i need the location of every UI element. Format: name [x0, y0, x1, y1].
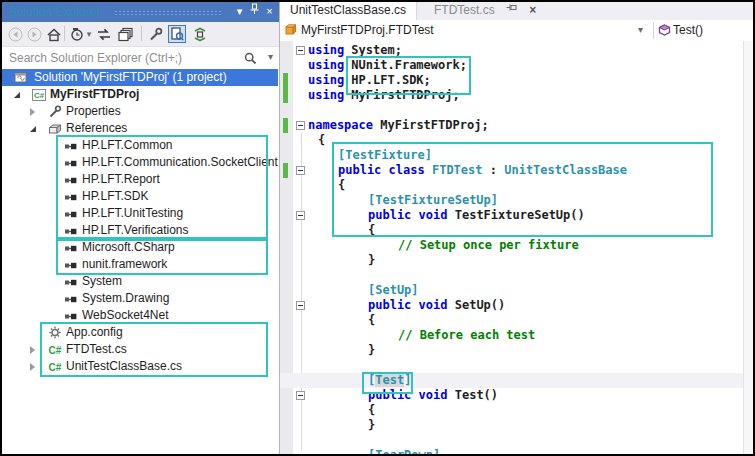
code-line[interactable]: namespace MyFirstFTDProj;	[280, 118, 753, 133]
code-line[interactable]: [TestFixtureSetUp]	[280, 193, 753, 208]
expand-arrow-icon[interactable]	[30, 363, 35, 371]
search-icon[interactable]	[244, 51, 257, 69]
code-token: {	[318, 133, 325, 147]
tree-item[interactable]: HP.LFT.SDK	[2, 188, 278, 205]
close-icon[interactable]: ×	[262, 2, 277, 22]
search-dropdown-icon[interactable]: ▾	[268, 51, 273, 62]
collapse-region-icon[interactable]	[296, 391, 305, 400]
collapse-region-icon[interactable]	[296, 301, 305, 310]
code-line[interactable]: public void Test()	[280, 388, 753, 403]
close-icon[interactable]: ×	[529, 2, 536, 19]
code-line[interactable]: using MyFirstFTDProj;	[280, 88, 753, 103]
code-line[interactable]: {	[280, 133, 753, 148]
document-tab-strip: UnitTestClassBase.cs FTDTest.cs ×	[280, 2, 753, 21]
code-line[interactable]: // Before each test	[280, 328, 753, 343]
code-token: FTDTest	[432, 163, 483, 177]
scope-combobox[interactable]: MyFirstFTDProj.FTDTest ▾	[280, 20, 652, 40]
tree-item-label: MyFirstFTDProj	[2, 87, 139, 101]
tree-item[interactable]: Solution 'MyFirstFTDProj' (1 project)	[2, 69, 278, 86]
tree-item[interactable]: HP.LFT.Common	[2, 137, 278, 154]
editor-pane: UnitTestClassBase.cs FTDTest.cs × MyFirs…	[279, 2, 753, 454]
code-token: }	[368, 253, 375, 267]
code-line[interactable]: public class FTDTest : UnitTestClassBase	[280, 163, 753, 178]
code-line[interactable]: [TestFixture]	[280, 148, 753, 163]
back-icon[interactable]	[6, 25, 24, 43]
collapse-region-icon[interactable]	[296, 211, 305, 220]
reference-icon	[64, 207, 78, 220]
code-line[interactable]: using HP.LFT.SDK;	[280, 73, 753, 88]
forward-icon[interactable]	[25, 25, 43, 43]
tree-item[interactable]: References	[2, 120, 278, 137]
tree-item[interactable]: HP.LFT.Report	[2, 171, 278, 188]
collapse-region-icon[interactable]	[296, 166, 305, 175]
pin-icon[interactable]	[506, 2, 518, 19]
code-line[interactable]: {	[280, 178, 753, 193]
scope-text: MyFirstFTDProj.FTDTest	[301, 23, 434, 37]
tree-item[interactable]: Microsoft.CSharp	[2, 239, 278, 256]
tree-item[interactable]: HP.LFT.Communication.SocketClient	[2, 154, 278, 171]
code-line[interactable]: [Test]	[280, 373, 753, 388]
tree-item[interactable]: nunit.framework	[2, 256, 278, 273]
code-line[interactable]	[280, 358, 753, 373]
pin-icon[interactable]	[247, 2, 262, 22]
chevron-down-icon[interactable]: ▾	[638, 24, 643, 35]
code-line[interactable]: {	[280, 403, 753, 418]
code-line[interactable]: }	[280, 343, 753, 358]
tree-item[interactable]: Properties	[2, 103, 278, 120]
tree-item[interactable]: C#MyFirstFTDProj	[2, 86, 278, 103]
code-line[interactable]: }	[280, 418, 753, 433]
tab-ftdtest-preview[interactable]: FTDTest.cs ×	[428, 2, 536, 20]
reference-icon	[64, 156, 78, 169]
code-line[interactable]: {	[280, 223, 753, 238]
solution-explorer-titlebar[interactable]: Solution Explorer ▾ ×	[2, 2, 279, 22]
reference-icon	[64, 224, 78, 237]
expand-arrow-icon[interactable]	[30, 346, 35, 354]
tree-item[interactable]: HP.LFT.UnitTesting	[2, 205, 278, 222]
reference-icon	[64, 292, 78, 305]
code-line[interactable]	[280, 433, 753, 448]
collapse-arrow-icon[interactable]	[14, 92, 20, 98]
code-line[interactable]	[280, 103, 753, 118]
tree-item[interactable]: HP.LFT.Verifications	[2, 222, 278, 239]
csharp-file-icon: C#	[48, 360, 62, 373]
home-icon[interactable]	[45, 25, 63, 43]
code-token: }	[368, 418, 375, 432]
window-position-chevron-icon[interactable]: ▾	[232, 2, 247, 22]
code-editor[interactable]: using System;using NUnit.Framework;using…	[280, 41, 753, 454]
tree-item[interactable]: WebSocket4Net	[2, 307, 278, 324]
expand-arrow-icon[interactable]	[30, 108, 35, 116]
tree-item[interactable]: System.Drawing	[2, 290, 278, 307]
collapse-all-icon[interactable]	[117, 25, 135, 43]
tree-item[interactable]: App.config	[2, 324, 278, 341]
collapse-region-icon[interactable]	[296, 46, 305, 55]
code-line[interactable]: // Setup once per fixture	[280, 238, 753, 253]
collapse-region-icon[interactable]	[296, 121, 305, 130]
search-box[interactable]: Search Solution Explorer (Ctrl+;) ▾	[2, 47, 279, 70]
switch-views-dropdown-icon[interactable]: ▾	[84, 25, 94, 43]
code-line[interactable]: [TearDown]	[280, 448, 753, 454]
preview-selected-items-icon[interactable]	[168, 25, 186, 43]
sync-with-active-document-icon[interactable]	[191, 25, 209, 43]
code-line[interactable]: public void SetUp()	[280, 298, 753, 313]
code-line[interactable]: }	[280, 253, 753, 268]
code-line[interactable]: {	[280, 313, 753, 328]
vertical-scrollbar[interactable]	[743, 41, 753, 454]
code-line[interactable]	[280, 268, 753, 283]
tree-item[interactable]: C#FTDTest.cs	[2, 341, 278, 358]
code-line[interactable]: using System;	[280, 43, 753, 58]
tree-item[interactable]: C#UnitTestClassBase.cs	[2, 358, 278, 375]
collapse-arrow-icon[interactable]	[30, 126, 36, 132]
code-line[interactable]: public void TestFixtureSetUp()	[280, 208, 753, 223]
refresh-icon[interactable]	[95, 25, 113, 43]
code-line[interactable]: [SetUp]	[280, 283, 753, 298]
tree-item-label: App.config	[2, 325, 123, 339]
tree-item[interactable]: System	[2, 273, 278, 290]
member-combobox[interactable]: Test()	[654, 20, 753, 40]
class-icon	[284, 24, 297, 39]
tree-item-label: Solution 'MyFirstFTDProj' (1 project)	[2, 70, 227, 84]
tab-unittestclassbase[interactable]: UnitTestClassBase.cs	[280, 2, 417, 20]
properties-wrench-icon[interactable]	[146, 25, 164, 43]
code-token: ]	[404, 373, 411, 387]
code-line[interactable]: using NUnit.Framework;	[280, 58, 753, 73]
code-token: public class	[338, 163, 425, 177]
